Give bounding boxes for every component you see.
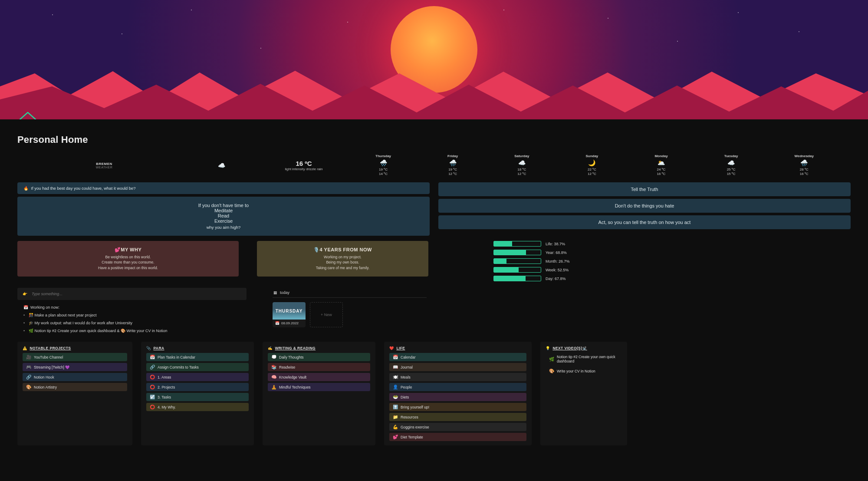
list-item[interactable]: 🧘 Mindful Techniques bbox=[268, 383, 370, 391]
truth-callout[interactable]: Tell the Truth bbox=[438, 182, 851, 196]
weather-day-hi: 24 ºC bbox=[654, 168, 667, 172]
list-item[interactable]: 🎮 Streaming [Twitch] 💜 bbox=[23, 363, 127, 371]
truth-text: Act, so you can tell the truth on how yo… bbox=[598, 220, 691, 225]
list-item[interactable]: ⭕ 2. Projects bbox=[146, 383, 249, 391]
weather-day-hi: 19 ºC bbox=[447, 168, 458, 172]
item-icon: 🎨 bbox=[549, 369, 554, 373]
task-bullet[interactable]: 🌿 Notion tip #2 Create your own quick da… bbox=[19, 327, 245, 335]
para-panel: 📎PARA 📅 Plan Tasks in Calendar 🔗 Assign … bbox=[141, 342, 254, 445]
item-icon: 📚 bbox=[271, 365, 276, 369]
today-tab[interactable]: ▦ today bbox=[273, 288, 427, 298]
list-item[interactable]: 👤 People bbox=[389, 383, 526, 391]
new-card-button[interactable]: + New bbox=[310, 302, 343, 327]
list-item[interactable]: 💭 Daily Thoughts bbox=[268, 353, 370, 361]
weather-day: Monday 🌥️ 24 ºC 16 ºC bbox=[654, 154, 667, 176]
weather-day-name: Wednesday bbox=[795, 154, 814, 158]
calendar-icon: 📅 bbox=[275, 321, 279, 325]
today-card[interactable]: THURSDAY 📅 08.09.2022 bbox=[273, 302, 306, 327]
progress-bar bbox=[493, 250, 541, 255]
pointing-icon: 👉 bbox=[23, 292, 27, 296]
my-why-line: Be weightless on this world. bbox=[23, 254, 233, 260]
list-item[interactable]: 🎨 Write your CV in Notion bbox=[546, 367, 622, 375]
my-why-line: Create more than you consume. bbox=[23, 260, 233, 265]
weather-day-lo: 16 ºC bbox=[795, 172, 814, 176]
item-label: Journal bbox=[401, 365, 413, 369]
mantra-callout[interactable]: If you don't have time to Meditate Read … bbox=[17, 197, 430, 236]
list-item[interactable]: 🎨 Notion Artistry bbox=[23, 383, 127, 391]
cover-image bbox=[0, 0, 868, 119]
progress-bars: Life: 38.7% Year: 68.8% Month: 26.7% Wee… bbox=[437, 241, 851, 284]
mantra-line: If you don't have time to bbox=[23, 203, 424, 208]
truth-callout[interactable]: Act, so you can tell the truth on how yo… bbox=[438, 215, 851, 229]
progress-row: Life: 38.7% bbox=[493, 241, 851, 247]
panel-title: WRITING & READING bbox=[275, 346, 316, 350]
item-label: Knowledge Vault bbox=[279, 375, 306, 379]
list-item[interactable]: 📚 Readwise bbox=[268, 363, 370, 371]
weather-icon: 🌧️ bbox=[375, 159, 391, 166]
warning-icon: ⚠️ bbox=[23, 346, 27, 350]
item-icon: 👤 bbox=[393, 385, 398, 389]
list-item[interactable]: 🧠 Knowledge Vault bbox=[268, 373, 370, 381]
list-item[interactable]: 📅 Plan Tasks in Calendar bbox=[146, 353, 249, 361]
list-item[interactable]: 🍽️ Meals bbox=[389, 373, 526, 381]
item-label: People bbox=[401, 385, 412, 389]
item-icon: 🎨 bbox=[26, 385, 31, 389]
list-item[interactable]: 💕 Diet Template bbox=[389, 433, 526, 441]
weather-day-hi: 18 ºC bbox=[514, 168, 529, 172]
list-item[interactable]: 🥗 Diets bbox=[389, 393, 526, 401]
weather-day: Wednesday 🌧️ 28 ºC 16 ºC bbox=[795, 154, 814, 176]
item-label: Mindful Techniques bbox=[279, 385, 311, 389]
progress-label: Day: 67.8% bbox=[546, 277, 566, 281]
item-icon: 🧠 bbox=[271, 375, 276, 379]
list-item[interactable]: ☑️ 3. Tasks bbox=[146, 393, 249, 401]
list-item[interactable]: 📖 Journal bbox=[389, 363, 526, 371]
list-item[interactable]: 📅 Calendar bbox=[389, 353, 526, 361]
weather-icon: 🌙 bbox=[585, 159, 598, 166]
list-item[interactable]: ⭕ 1. Areas bbox=[146, 373, 249, 381]
list-item[interactable]: 🎥 YouTube Channel bbox=[23, 353, 127, 361]
list-item[interactable]: 🔗 Notion Hook bbox=[23, 373, 127, 381]
weather-day-hi: 19 ºC bbox=[375, 168, 391, 172]
list-item[interactable]: 🔗 Assign Commits to Tasks bbox=[146, 363, 249, 371]
my-why-title: 💕MY WHY bbox=[23, 247, 233, 253]
quick-entry-box[interactable]: 👉 bbox=[17, 288, 247, 300]
weather-day: Thursday 🌧️ 19 ºC 14 ºC bbox=[375, 154, 391, 176]
page-title[interactable]: Personal Home bbox=[17, 134, 868, 145]
page-icon[interactable] bbox=[17, 110, 38, 119]
item-label: 2. Projects bbox=[158, 385, 175, 389]
mantra-line: why you aim high? bbox=[23, 225, 424, 230]
item-label: Streaming [Twitch] 💜 bbox=[34, 365, 70, 369]
today-card-date: 08.09.2022 bbox=[281, 321, 299, 325]
progress-row: Year: 68.8% bbox=[493, 250, 851, 255]
item-label: Plan Tasks in Calendar bbox=[158, 355, 195, 359]
fire-icon: 🔥 bbox=[23, 186, 29, 191]
truth-text: Tell the Truth bbox=[631, 187, 658, 192]
item-label: Readwise bbox=[279, 365, 295, 369]
weather-icon: 🌧️ bbox=[447, 159, 458, 166]
weather-day-lo: 14 ºC bbox=[375, 172, 391, 176]
task-bullet[interactable]: 🎓 My work output: what I would do for wo… bbox=[19, 319, 245, 327]
item-icon: 💭 bbox=[271, 355, 276, 359]
weather-today-desc: light intensity drizzle rain bbox=[260, 167, 347, 171]
progress-row: Month: 26.7% bbox=[493, 258, 851, 264]
list-item[interactable]: 🌿 Notion tip #2 Create your own quick da… bbox=[546, 353, 622, 365]
panel-title: LIFE bbox=[396, 346, 405, 350]
item-icon: 🌿 bbox=[549, 357, 554, 362]
item-label: 3. Tasks bbox=[158, 395, 171, 399]
writing-icon: ✍️ bbox=[268, 346, 273, 350]
task-bullet[interactable]: 🎊 Make a plan about next year project bbox=[19, 311, 245, 319]
list-item[interactable]: ⭕ 4. My Why. bbox=[146, 403, 249, 411]
list-item[interactable]: ⬆️ Bring yourself up! bbox=[389, 403, 526, 411]
weather-day-name: Friday bbox=[447, 154, 458, 158]
my-why-card[interactable]: 💕MY WHY Be weightless on this world. Cre… bbox=[17, 241, 239, 277]
truth-callout[interactable]: Don't do the things you hate bbox=[438, 199, 851, 213]
working-on-now[interactable]: 📅 Working on now: bbox=[19, 303, 245, 311]
progress-bar bbox=[493, 276, 541, 281]
future-card[interactable]: 🎙️4 YEARS FROM NOW Working on my project… bbox=[257, 241, 428, 277]
quick-entry-input[interactable] bbox=[31, 291, 241, 297]
list-item[interactable]: 💪 Goggins exercise bbox=[389, 423, 526, 431]
weather-icon: ☁️ bbox=[514, 159, 529, 166]
cloud-icon: ☁️ bbox=[218, 162, 225, 169]
daily-question-callout[interactable]: 🔥 If you had the best day you could have… bbox=[17, 182, 430, 194]
list-item[interactable]: 📁 Resources bbox=[389, 413, 526, 421]
